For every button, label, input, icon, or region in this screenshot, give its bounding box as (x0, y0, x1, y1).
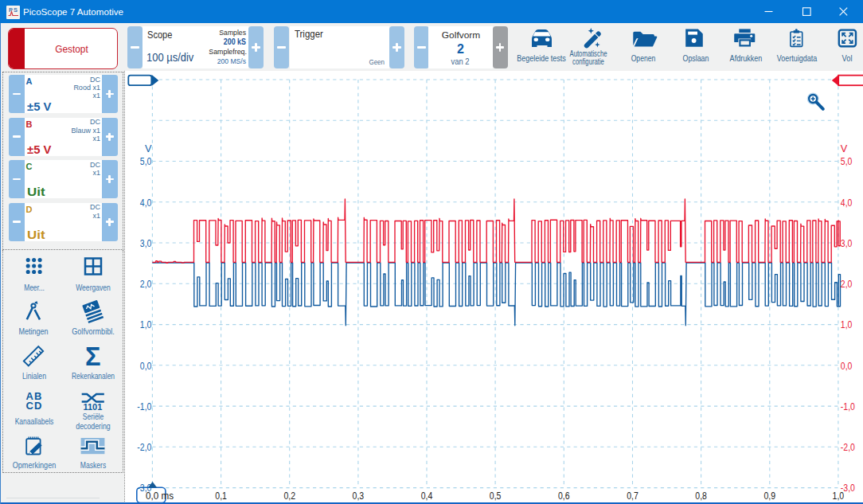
svg-text:0,0 ms: 0,0 ms (146, 490, 174, 502)
svg-text:0,3: 0,3 (353, 490, 365, 502)
svg-text:0,7: 0,7 (627, 490, 638, 502)
svg-text:0,8: 0,8 (695, 490, 707, 502)
svg-text:0,4: 0,4 (421, 490, 433, 502)
svg-text:5,0: 5,0 (841, 156, 853, 167)
svg-text:1,0: 1,0 (833, 490, 845, 502)
svg-text:0,9: 0,9 (764, 490, 776, 502)
svg-text:V: V (841, 143, 848, 154)
svg-text:0,5: 0,5 (490, 490, 502, 502)
svg-text:4,0: 4,0 (140, 197, 152, 209)
svg-text:-2,0: -2,0 (841, 442, 855, 453)
svg-text:V: V (145, 143, 152, 154)
svg-text:-1,0: -1,0 (841, 401, 855, 412)
svg-text:4,0: 4,0 (841, 197, 853, 209)
svg-text:0,0: 0,0 (140, 361, 152, 372)
svg-text:3,0: 3,0 (841, 238, 853, 249)
svg-text:1101: 1101 (83, 402, 102, 412)
svg-text:PS: PS (9, 6, 18, 14)
svg-text:2,0: 2,0 (841, 279, 853, 290)
svg-text:1,0: 1,0 (841, 319, 853, 330)
svg-text:-1,0: -1,0 (137, 401, 151, 412)
svg-text:0,0: 0,0 (841, 361, 853, 372)
svg-text:5,0: 5,0 (140, 156, 152, 167)
svg-text:0,1: 0,1 (215, 490, 227, 502)
svg-text:0,2: 0,2 (283, 490, 295, 502)
svg-text:3,0: 3,0 (140, 238, 152, 249)
svg-text:CD: CD (25, 400, 42, 412)
svg-text:-2,0: -2,0 (137, 442, 151, 453)
svg-text:0,6: 0,6 (558, 490, 570, 502)
svg-text:Σ: Σ (85, 342, 101, 371)
